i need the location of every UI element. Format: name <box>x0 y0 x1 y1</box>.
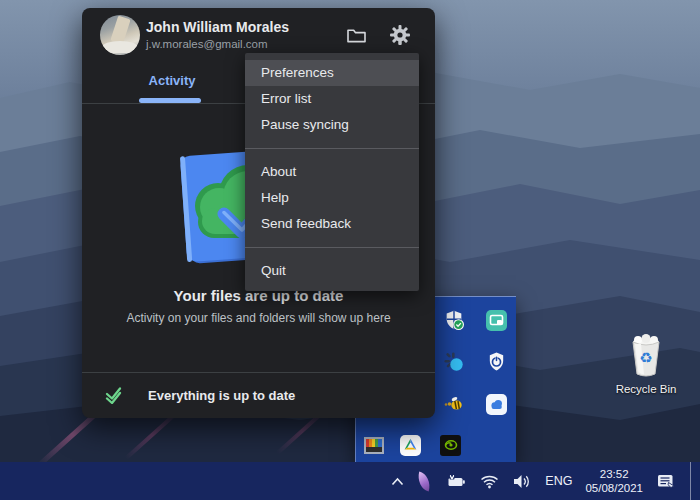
clock-time: 23:52 <box>585 467 643 481</box>
menu-item-send-feedback[interactable]: Send feedback <box>245 211 419 237</box>
google-drive-icon[interactable] <box>398 433 422 457</box>
menu-divider <box>245 148 419 149</box>
language-indicator[interactable]: ENG <box>545 474 572 488</box>
power-badge-icon[interactable] <box>484 350 508 374</box>
settings-button[interactable] <box>388 25 412 49</box>
menu-divider <box>245 247 419 248</box>
menu-item-about[interactable]: About <box>245 159 419 185</box>
user-email: j.w.morales@gmail.com <box>146 38 268 50</box>
menu-item-quit[interactable]: Quit <box>245 258 419 284</box>
double-check-icon <box>104 386 130 408</box>
volume-icon[interactable] <box>512 474 532 489</box>
bee-app-icon[interactable] <box>442 392 466 416</box>
settings-menu: Preferences Error list Pause syncing Abo… <box>245 53 419 291</box>
menu-item-pause-syncing[interactable]: Pause syncing <box>245 112 419 138</box>
feather-icon[interactable] <box>417 473 431 490</box>
status-bar: Everything is up to date <box>82 373 435 418</box>
taskbar: ENG 23:52 05/08/2021 <box>0 462 700 500</box>
cyan-app-icon[interactable] <box>442 350 466 374</box>
svg-text:♻: ♻ <box>639 349 652 367</box>
menu-item-preferences[interactable]: Preferences <box>245 60 419 86</box>
touch-keyboard-icon[interactable] <box>656 473 677 490</box>
clock-date: 05/08/2021 <box>585 481 643 495</box>
chevron-up-icon[interactable] <box>391 477 404 486</box>
avatar[interactable] <box>100 15 140 55</box>
nvidia-icon[interactable] <box>438 433 462 457</box>
empty-state-subtitle: Activity on your files and folders will … <box>82 311 435 325</box>
wifi-icon[interactable] <box>480 474 499 489</box>
status-label: Everything is up to date <box>148 388 295 403</box>
cloud-app-icon[interactable] <box>484 392 508 416</box>
show-desktop-button[interactable] <box>690 462 695 500</box>
menu-item-help[interactable]: Help <box>245 185 419 211</box>
taskbar-clock[interactable]: 23:52 05/08/2021 <box>585 467 643 495</box>
gear-icon <box>389 24 411 50</box>
tab-activity[interactable]: Activity <box>122 73 222 88</box>
recycle-bin-label: Recycle Bin <box>604 383 688 395</box>
teal-app-icon[interactable] <box>484 308 508 332</box>
recycle-bin-icon: ♻ <box>623 332 669 380</box>
desktop: ♻ Recycle Bin <box>0 0 700 500</box>
system-tray: ENG 23:52 05/08/2021 <box>391 462 700 500</box>
user-name: John William Morales <box>146 19 289 35</box>
photos-grid-icon[interactable] <box>362 433 386 457</box>
folder-icon <box>346 27 367 48</box>
recycle-bin[interactable]: ♻ Recycle Bin <box>604 332 688 395</box>
open-folder-button[interactable] <box>344 25 368 49</box>
battery-icon[interactable] <box>444 474 467 489</box>
windows-defender-icon[interactable] <box>442 308 466 332</box>
menu-item-error-list[interactable]: Error list <box>245 86 419 112</box>
